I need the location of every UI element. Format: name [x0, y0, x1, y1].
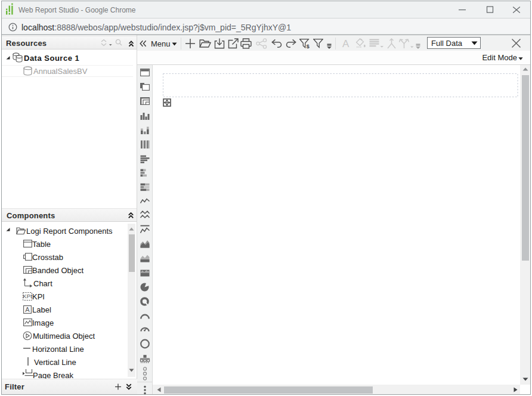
- svg-text:A: A: [25, 306, 30, 313]
- svg-text:KPI: KPI: [23, 293, 32, 299]
- svg-text:$: $: [307, 44, 310, 50]
